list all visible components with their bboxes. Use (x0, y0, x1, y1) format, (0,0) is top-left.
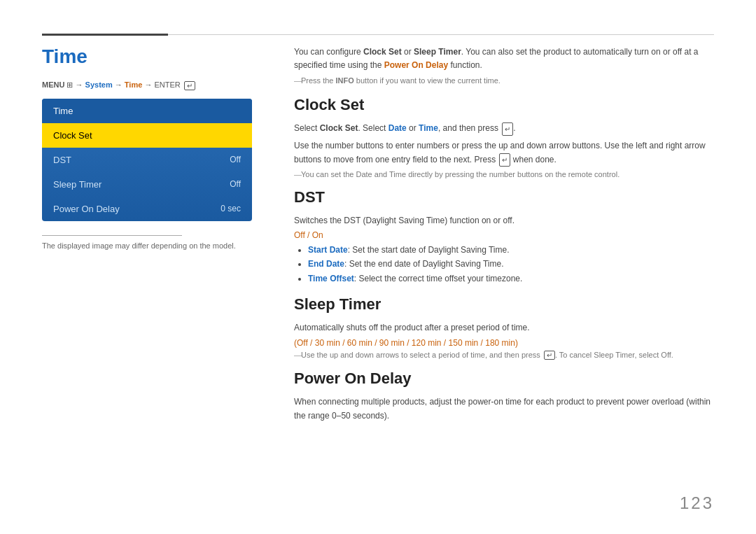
section-title-sleeptimer: Sleep Timer (294, 295, 714, 314)
menu-item-clockset-label: Clock Set (53, 130, 92, 141)
menu-item-sleeptimer-label: Sleep Timer (53, 179, 102, 190)
intro-note: Press the INFO button if you want to vie… (294, 76, 714, 85)
menu-path-separator2: → (115, 80, 125, 89)
menu-item-sleeptimer-value: Off (230, 179, 241, 189)
left-note: The displayed image may differ depending… (42, 241, 259, 250)
menu-path-time: Time (125, 80, 142, 89)
menu-item-powerondelay-label: Power On Delay (53, 204, 120, 214)
menu-path-system: System (85, 80, 113, 89)
dst-options: Off / On (294, 230, 714, 240)
sleeptimer-body1: Automatically shuts off the product afte… (294, 321, 714, 335)
dst-body1: Switches the DST (Daylight Saving Time) … (294, 213, 714, 227)
dst-bullets: Start Date: Set the start date of Daylig… (294, 243, 714, 286)
dst-bullet-enddate: End Date: Set the end date of Daylight S… (308, 257, 714, 271)
powerondelay-body1: When connecting multiple products, adjus… (294, 395, 714, 423)
menu-path-separator3: → ENTER (144, 80, 182, 89)
sleeptimer-note: Use the up and down arrows to select a p… (294, 351, 714, 360)
menu-item-powerondelay[interactable]: Power On Delay 0 sec (42, 197, 252, 221)
dst-bullet-timeoffset: Time Offset: Select the correct time off… (308, 272, 714, 286)
sleeptimer-options: (Off / 30 min / 60 min / 90 min / 120 mi… (294, 338, 714, 348)
clockset-body1: Select Clock Set. Select Date or Time, a… (294, 121, 714, 135)
top-bar-accent (42, 34, 168, 36)
menu-path: MENU ⊞ → System → Time → ENTER ↵ (42, 80, 259, 90)
section-title-powerondelay: Power On Delay (294, 370, 714, 388)
intro-paragraph: You can configure Clock Set or Sleep Tim… (294, 45, 714, 72)
menu-item-clockset[interactable]: Clock Set (42, 123, 252, 148)
section-title-clockset: Clock Set (294, 96, 714, 114)
menu-panel: Time Clock Set DST Off Sleep Timer Off P… (42, 99, 252, 221)
clockset-subnote: You can set the Date and Time directly b… (294, 170, 714, 178)
menu-panel-header: Time (42, 99, 252, 123)
enter-icon: ↵ (184, 81, 195, 90)
section-title-dst: DST (294, 188, 714, 206)
page-title: Time (42, 45, 259, 68)
dst-bullet-startdate: Start Date: Set the start date of Daylig… (308, 243, 714, 257)
menu-item-dst[interactable]: DST Off (42, 148, 252, 172)
menu-item-dst-value: Off (230, 155, 241, 164)
menu-path-menu: MENU (42, 80, 64, 89)
top-bar-line (168, 34, 714, 35)
menu-item-sleeptimer[interactable]: Sleep Timer Off (42, 172, 252, 197)
top-bar (42, 34, 714, 36)
menu-item-dst-label: DST (53, 155, 71, 165)
menu-item-powerondelay-value: 0 sec (220, 204, 241, 213)
menu-path-separator1: ⊞ → (66, 80, 85, 89)
clockset-body2: Use the number buttons to enter numbers … (294, 139, 714, 167)
page-number: 123 (680, 493, 714, 513)
right-column: You can configure Clock Set or Sleep Tim… (294, 45, 714, 426)
left-divider (42, 235, 182, 236)
left-column: Time MENU ⊞ → System → Time → ENTER ↵ Ti… (42, 45, 259, 250)
